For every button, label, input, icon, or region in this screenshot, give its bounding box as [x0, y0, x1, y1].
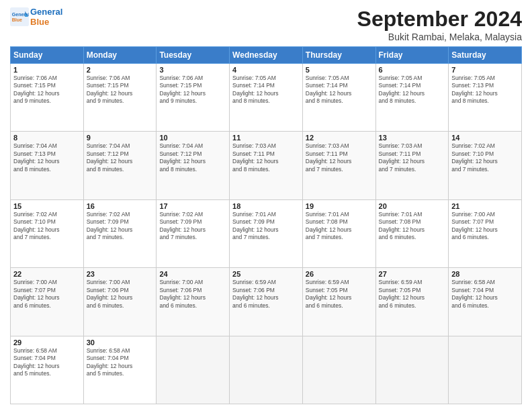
table-row: 2Sunrise: 7:06 AMSunset: 7:15 PMDaylight…: [83, 64, 157, 132]
table-row: 14Sunrise: 7:02 AMSunset: 7:10 PMDayligh…: [449, 132, 522, 199]
table-row: [375, 336, 449, 404]
col-wednesday: Wednesday: [230, 47, 303, 64]
table-row: 8Sunrise: 7:04 AMSunset: 7:13 PMDaylight…: [11, 132, 84, 199]
table-row: 15Sunrise: 7:02 AMSunset: 7:10 PMDayligh…: [11, 199, 84, 267]
table-row: 13Sunrise: 7:03 AMSunset: 7:11 PMDayligh…: [375, 132, 449, 199]
month-title: September 2024: [357, 7, 522, 32]
logo: General Blue General Blue: [10, 7, 62, 27]
table-row: 7Sunrise: 7:05 AMSunset: 7:13 PMDaylight…: [449, 64, 522, 132]
logo-blue: Blue: [30, 17, 62, 27]
table-row: 3Sunrise: 7:06 AMSunset: 7:15 PMDaylight…: [157, 64, 230, 132]
table-row: [449, 336, 522, 404]
table-row: 9Sunrise: 7:04 AMSunset: 7:12 PMDaylight…: [83, 132, 157, 199]
table-row: [302, 336, 375, 404]
table-row: 28Sunrise: 6:58 AMSunset: 7:04 PMDayligh…: [449, 268, 522, 336]
table-row: 21Sunrise: 7:00 AMSunset: 7:07 PMDayligh…: [449, 199, 522, 267]
table-row: 19Sunrise: 7:01 AMSunset: 7:08 PMDayligh…: [302, 199, 375, 267]
table-row: 24Sunrise: 7:00 AMSunset: 7:06 PMDayligh…: [157, 268, 230, 336]
col-tuesday: Tuesday: [157, 47, 230, 64]
table-row: 23Sunrise: 7:00 AMSunset: 7:06 PMDayligh…: [83, 268, 157, 336]
location: Bukit Rambai, Melaka, Malaysia: [357, 32, 522, 42]
table-row: 11Sunrise: 7:03 AMSunset: 7:11 PMDayligh…: [230, 132, 303, 199]
table-row: 20Sunrise: 7:01 AMSunset: 7:08 PMDayligh…: [375, 199, 449, 267]
table-row: 5Sunrise: 7:05 AMSunset: 7:14 PMDaylight…: [302, 64, 375, 132]
col-monday: Monday: [83, 47, 157, 64]
table-row: 25Sunrise: 6:59 AMSunset: 7:06 PMDayligh…: [230, 268, 303, 336]
col-saturday: Saturday: [449, 47, 522, 64]
table-row: 6Sunrise: 7:05 AMSunset: 7:14 PMDaylight…: [375, 64, 449, 132]
table-row: 10Sunrise: 7:04 AMSunset: 7:12 PMDayligh…: [157, 132, 230, 199]
table-row: 22Sunrise: 7:00 AMSunset: 7:07 PMDayligh…: [11, 268, 84, 336]
col-friday: Friday: [375, 47, 449, 64]
table-row: 16Sunrise: 7:02 AMSunset: 7:09 PMDayligh…: [83, 199, 157, 267]
table-row: 17Sunrise: 7:02 AMSunset: 7:09 PMDayligh…: [157, 199, 230, 267]
svg-text:Blue: Blue: [12, 17, 22, 22]
table-row: [230, 336, 303, 404]
table-row: 12Sunrise: 7:03 AMSunset: 7:11 PMDayligh…: [302, 132, 375, 199]
table-row: 26Sunrise: 6:59 AMSunset: 7:05 PMDayligh…: [302, 268, 375, 336]
table-row: 4Sunrise: 7:05 AMSunset: 7:14 PMDaylight…: [230, 64, 303, 132]
table-row: 27Sunrise: 6:59 AMSunset: 7:05 PMDayligh…: [375, 268, 449, 336]
logo-general: General: [30, 7, 62, 17]
table-row: 18Sunrise: 7:01 AMSunset: 7:09 PMDayligh…: [230, 199, 303, 267]
table-row: 30Sunrise: 6:58 AMSunset: 7:04 PMDayligh…: [83, 336, 157, 404]
col-sunday: Sunday: [11, 47, 84, 64]
table-row: 29Sunrise: 6:58 AMSunset: 7:04 PMDayligh…: [11, 336, 84, 404]
col-thursday: Thursday: [302, 47, 375, 64]
table-row: 1Sunrise: 7:06 AMSunset: 7:15 PMDaylight…: [11, 64, 84, 132]
table-row: [157, 336, 230, 404]
